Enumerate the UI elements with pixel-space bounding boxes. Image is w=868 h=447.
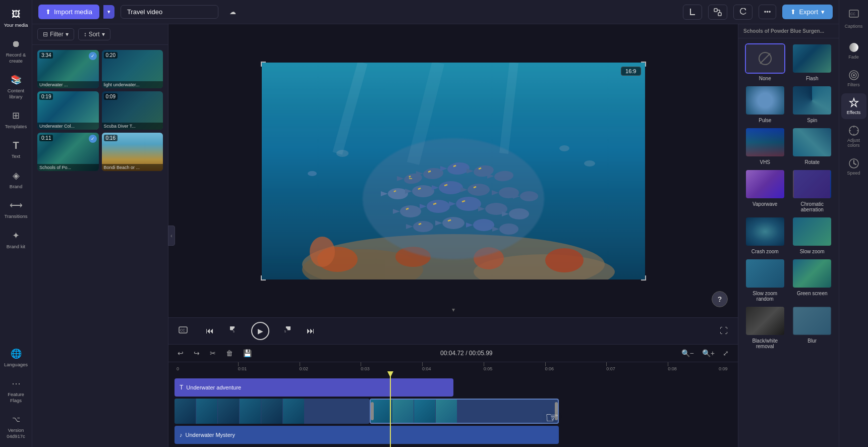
svg-point-33 [468,184,490,196]
effect-label-vaporwave: Vaporwave [753,201,777,207]
svg-point-54 [308,171,317,176]
aspect-ratio-badge: 16:9 [621,67,641,76]
effect-item-vaporwave[interactable]: Vaporwave [743,169,787,212]
media-duration-4: 0:11 [39,135,53,141]
sidebar-item-record-create[interactable]: ⏺ Record & create [2,34,30,68]
resize-tool-button[interactable] [708,5,727,20]
sidebar-item-languages[interactable]: 🌐 Languages [2,344,30,371]
zoom-out-button[interactable]: 🔍− [678,348,697,359]
preview-svg [262,63,645,280]
svg-point-29 [412,185,434,197]
sort-button[interactable]: ↕ Sort ▾ [78,28,110,40]
effect-item-bw-removal[interactable]: Black/white removal [743,306,787,349]
cut-button[interactable]: ✂ [207,348,219,359]
media-item-3[interactable]: 0:09 Scuba Diver T... [102,91,163,130]
skip-to-end-button[interactable]: ⏭ [303,324,319,338]
right-sidebar-item-filters[interactable]: Filters [841,66,866,91]
project-name-input[interactable] [121,5,218,19]
filter-button[interactable]: ⊟ Filter ▾ [37,28,74,40]
sidebar-item-templates[interactable]: ⊞ Templates [2,105,30,133]
fit-timeline-button[interactable]: ⤢ [720,348,732,359]
media-item-5[interactable]: 0:16 Bondi Beach or ... [102,133,163,171]
total-time: 00:05.99 [469,350,493,357]
collapse-effects-panel-button[interactable]: › [738,226,738,246]
track-thumb [436,400,457,423]
audio-track[interactable]: ♪ Underwater Mystery [175,426,559,444]
media-item-1[interactable]: 0:20 light underwater... [102,50,163,88]
main-area: ⬆ Import media ▾ ☁ ••• ⬆ Export ▾ ⊟ [32,0,839,447]
effect-item-slow-zoom[interactable]: Slow zoom [791,216,834,254]
sidebar-item-content-library[interactable]: 📚 Content library [2,70,30,103]
collapse-media-panel-button[interactable]: ‹ [168,226,175,246]
rotate-tool-button[interactable] [733,5,753,20]
sidebar-item-label: Version 04d917c [4,427,28,439]
svg-point-50 [499,224,518,235]
effect-thumb-pulse [745,85,785,116]
fade-label: Fade [848,54,859,60]
media-item-4[interactable]: 0:11 ✓ Schools of Po... [37,133,99,171]
effect-preview-spin [793,86,831,115]
media-duration-3: 0:09 [104,93,118,100]
effect-item-slow-zoom-random[interactable]: Slow zoom random [743,258,787,302]
effect-item-none[interactable]: None [743,43,787,81]
effect-item-vhs[interactable]: VHS [743,127,787,165]
skip-to-start-button[interactable]: ⏮ [202,324,218,338]
more-tools-button[interactable]: ••• [759,5,777,19]
right-sidebar-item-captions[interactable]: CC Captions [841,4,866,36]
sidebar-item-your-media[interactable]: 🖼 Your media [2,4,30,32]
media-check-0: ✓ [89,52,97,60]
ruler-tick-5 [484,362,484,366]
sidebar-item-brand[interactable]: ◈ Brand [2,165,30,193]
right-sidebar-item-fade[interactable]: Fade [841,38,866,64]
svg-point-16 [363,138,544,259]
video-track-selected[interactable]: Schools of Powder Blue Surgeonfish or Po… [370,399,559,424]
media-item-2[interactable]: 0:19 Underwater Col... [37,91,99,130]
caption-toggle-button[interactable]: CC [177,324,190,338]
effect-item-spin[interactable]: Spin [791,85,834,123]
help-button[interactable]: ? [712,291,728,307]
track-handle-right[interactable] [555,402,558,421]
video-preview[interactable] [261,62,646,281]
effect-item-flash[interactable]: Flash [791,43,834,81]
effect-item-blur[interactable]: Blur [791,306,834,349]
zoom-in-button[interactable]: 🔍+ [699,348,718,359]
rewind-5s-button[interactable]: 5 [226,324,243,338]
effect-thumb-crash-zoom [745,216,785,247]
save-button[interactable]: 💾 [240,348,255,359]
fullscreen-button[interactable]: ⛶ [718,324,730,338]
forward-5s-button[interactable]: 5 [277,324,295,338]
effect-item-chromatic[interactable]: Chromatic aberration [791,169,834,212]
undo-button[interactable]: ↩ [175,348,187,359]
sidebar-item-brand-kit[interactable]: ✦ Brand kit [2,226,30,253]
import-media-button[interactable]: ⬆ Import media [38,5,99,19]
right-sidebar-item-adjust-colors[interactable]: Adjust colors [841,121,866,152]
effect-item-green-screen[interactable]: Green screen [791,258,834,302]
text-track[interactable]: T Underwater adventure [175,378,453,397]
play-pause-button[interactable]: ▶ [251,322,269,340]
export-button[interactable]: ⬆ Export ▾ [782,5,833,19]
media-item-0[interactable]: 3:34 ✓ Underwater ... [37,50,99,88]
effect-thumb-slow-zoom [792,216,832,247]
ruler-tick-8 [668,362,668,366]
video-track-first[interactable] [175,399,370,424]
ruler-tick-7 [606,362,607,366]
import-caret-button[interactable]: ▾ [103,5,114,19]
track-thumb [392,400,414,423]
svg-text:CC: CC [850,12,855,16]
title-unsaved-icon[interactable]: ☁ [224,5,241,19]
sidebar-item-text[interactable]: T Text [2,135,30,163]
effect-preview-bw-removal [746,307,784,335]
redo-button[interactable]: ↪ [191,348,203,359]
effect-item-rotate[interactable]: Rotate [791,127,834,165]
effect-item-pulse[interactable]: Pulse [743,85,787,123]
crop-tool-button[interactable] [683,5,702,20]
effect-label-bw-removal: Black/white removal [743,338,787,349]
right-sidebar-item-speed[interactable]: Speed [841,154,866,180]
track-handle-left[interactable] [371,402,374,421]
right-sidebar-item-effects[interactable]: Effects [841,93,866,119]
sidebar-item-version[interactable]: ⌥ Version 04d917c [2,409,30,443]
sidebar-item-transitions[interactable]: ⟷ Transitions [2,195,30,223]
effect-item-crash-zoom[interactable]: Crash zoom [743,216,787,254]
delete-button[interactable]: 🗑 [223,348,236,359]
sidebar-item-feature-flags[interactable]: ⋯ Feature Flags [2,373,30,407]
